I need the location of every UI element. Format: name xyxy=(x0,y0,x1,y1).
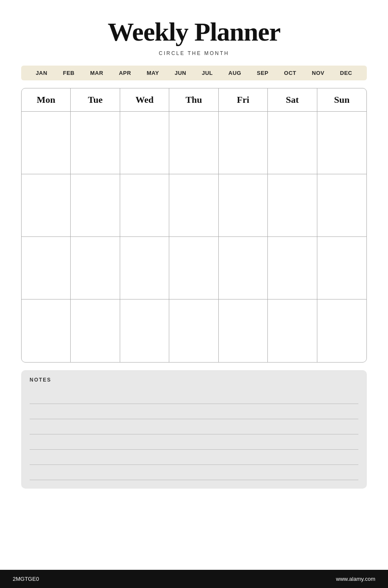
calendar-cell[interactable] xyxy=(317,237,366,299)
calendar-cell[interactable] xyxy=(169,299,218,362)
watermark-bar: 2MGTGE0 www.alamy.com xyxy=(0,570,388,588)
month-item-dec[interactable]: DEC xyxy=(340,70,352,76)
calendar-cell[interactable] xyxy=(169,112,218,174)
calendar-cell[interactable] xyxy=(219,112,268,174)
calendar-cell[interactable] xyxy=(22,299,71,362)
calendar-cell[interactable] xyxy=(169,237,218,299)
calendar-cell[interactable] xyxy=(219,174,268,237)
day-header-wed: Wed xyxy=(120,88,169,111)
calendar-cell[interactable] xyxy=(22,174,71,237)
calendar-row xyxy=(22,174,366,237)
calendar-cell[interactable] xyxy=(268,112,317,174)
notes-label: NOTES xyxy=(30,377,358,383)
month-item-jul[interactable]: JUL xyxy=(202,70,213,76)
subtitle: CIRCLE THE MONTH xyxy=(159,50,229,56)
calendar-row xyxy=(22,237,366,299)
months-bar: JANFEBMARAPRMAYJUNJULAUGSEPOCTNOVDEC xyxy=(21,66,367,80)
calendar-cell[interactable] xyxy=(219,299,268,362)
calendar-cell[interactable] xyxy=(71,112,120,174)
month-item-jan[interactable]: JAN xyxy=(36,70,47,76)
month-item-oct[interactable]: OCT xyxy=(284,70,296,76)
notes-line[interactable] xyxy=(30,389,358,404)
calendar-cell[interactable] xyxy=(71,299,120,362)
calendar-cell[interactable] xyxy=(268,237,317,299)
month-item-may[interactable]: MAY xyxy=(147,70,159,76)
calendar-cell[interactable] xyxy=(268,174,317,237)
day-header-thu: Thu xyxy=(169,88,218,111)
day-header-mon: Mon xyxy=(22,88,71,111)
calendar-cell[interactable] xyxy=(169,174,218,237)
notes-lines xyxy=(30,389,358,480)
calendar-cell[interactable] xyxy=(317,174,366,237)
watermark-url: www.alamy.com xyxy=(336,576,375,582)
month-item-feb[interactable]: FEB xyxy=(63,70,75,76)
calendar-cell[interactable] xyxy=(22,112,71,174)
day-header-fri: Fri xyxy=(219,88,268,111)
calendar-cell[interactable] xyxy=(317,112,366,174)
page-title: Weekly Planner xyxy=(108,17,281,47)
notes-line[interactable] xyxy=(30,465,358,480)
notes-line[interactable] xyxy=(30,434,358,450)
month-item-aug[interactable]: AUG xyxy=(228,70,241,76)
calendar-cell[interactable] xyxy=(268,299,317,362)
day-headers: MonTueWedThuFriSatSun xyxy=(22,88,366,112)
month-item-sep[interactable]: SEP xyxy=(257,70,269,76)
calendar-cell[interactable] xyxy=(120,174,169,237)
calendar-row xyxy=(22,112,366,174)
calendar-cell[interactable] xyxy=(71,174,120,237)
month-item-mar[interactable]: MAR xyxy=(90,70,103,76)
month-item-apr[interactable]: APR xyxy=(119,70,131,76)
month-item-jun[interactable]: JUN xyxy=(175,70,187,76)
calendar-grid: MonTueWedThuFriSatSun xyxy=(21,88,367,363)
calendar-cell[interactable] xyxy=(317,299,366,362)
calendar-cell[interactable] xyxy=(120,237,169,299)
calendar-cell[interactable] xyxy=(71,237,120,299)
calendar-cell[interactable] xyxy=(120,112,169,174)
calendar-cell[interactable] xyxy=(22,237,71,299)
calendar-row xyxy=(22,299,366,362)
calendar-cell[interactable] xyxy=(120,299,169,362)
day-header-sun: Sun xyxy=(317,88,366,111)
notes-line[interactable] xyxy=(30,404,358,419)
day-header-sat: Sat xyxy=(268,88,317,111)
calendar-rows xyxy=(22,112,366,362)
day-header-tue: Tue xyxy=(71,88,120,111)
calendar-cell[interactable] xyxy=(219,237,268,299)
month-item-nov[interactable]: NOV xyxy=(312,70,325,76)
watermark-id: 2MGTGE0 xyxy=(13,576,39,582)
notes-section: NOTES xyxy=(21,370,367,489)
notes-line[interactable] xyxy=(30,450,358,465)
notes-line[interactable] xyxy=(30,419,358,434)
